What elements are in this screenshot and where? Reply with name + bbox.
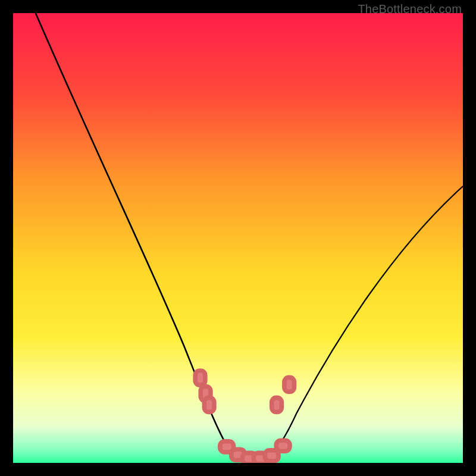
plot-area [13,13,463,463]
svg-rect-9 [276,440,290,451]
chart-frame: TheBottleneck.com [0,0,476,476]
bottleneck-curve [13,13,463,463]
svg-rect-3 [204,397,214,412]
svg-rect-1 [195,371,205,385]
watermark-text: TheBottleneck.com [358,2,462,16]
svg-rect-11 [284,377,295,392]
svg-rect-10 [272,397,282,412]
curve-markers [195,371,294,463]
curve-right [265,186,463,458]
